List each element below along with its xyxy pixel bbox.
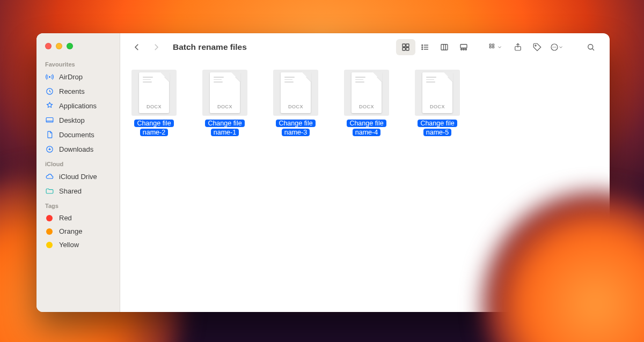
nav-arrows <box>128 39 165 55</box>
sidebar-item-label: Documents <box>59 131 94 139</box>
sidebar-section-tags-header: Tags <box>36 198 120 211</box>
sidebar-item-label: Shared <box>59 187 82 195</box>
documents-icon <box>45 130 54 139</box>
sidebar-item-documents[interactable]: Documents <box>36 128 120 142</box>
close-window-button[interactable] <box>45 43 52 49</box>
svg-rect-2 <box>46 118 53 123</box>
share-button[interactable] <box>509 39 527 55</box>
file-thumbnail: DOCX <box>202 70 247 116</box>
svg-rect-17 <box>489 47 491 48</box>
svg-rect-11 <box>441 44 448 50</box>
file-item[interactable]: DOCX Change file name-5 <box>414 70 460 137</box>
file-ext-badge: DOCX <box>422 104 452 109</box>
sidebar-item-icloud-drive[interactable]: iCloud Drive <box>36 169 120 184</box>
svg-rect-4 <box>402 44 405 47</box>
sidebar-tag-yellow[interactable]: Yellow <box>36 238 120 251</box>
file-thumbnail: DOCX <box>415 70 460 116</box>
group-by-button[interactable] <box>486 39 504 55</box>
sidebar-item-label: Yellow <box>59 241 79 249</box>
svg-rect-7 <box>406 48 409 50</box>
svg-point-26 <box>588 44 593 49</box>
file-item[interactable]: DOCX Change file name-2 <box>131 70 177 137</box>
minimize-window-button[interactable] <box>56 43 62 49</box>
svg-point-0 <box>49 76 50 78</box>
sidebar-section-favourites-header: Favourites <box>36 57 120 70</box>
airdrop-icon <box>45 72 54 81</box>
zoom-window-button[interactable] <box>67 43 73 49</box>
svg-rect-19 <box>493 47 494 48</box>
finder-window: Favourites AirDrop Recents Applications … <box>36 33 610 312</box>
view-icon-button[interactable] <box>396 39 415 55</box>
svg-rect-14 <box>463 49 464 50</box>
sidebar-item-downloads[interactable]: Downloads <box>36 142 120 157</box>
file-grid[interactable]: DOCX Change file name-2 DOCX Change file… <box>120 61 610 312</box>
sidebar-item-label: Desktop <box>59 116 85 124</box>
sidebar-item-applications[interactable]: Applications <box>36 99 120 113</box>
main-pane: Batch rename files <box>120 33 610 312</box>
window-title: Batch rename files <box>173 42 247 52</box>
edit-tags-button[interactable] <box>528 39 546 55</box>
svg-rect-18 <box>493 44 494 46</box>
svg-rect-13 <box>461 49 462 50</box>
sidebar-item-label: Applications <box>59 102 97 110</box>
svg-point-21 <box>535 45 536 46</box>
svg-rect-5 <box>406 44 409 47</box>
sidebar: Favourites AirDrop Recents Applications … <box>36 33 120 312</box>
file-name-label: Change file name-4 <box>343 119 390 137</box>
file-ext-badge: DOCX <box>281 104 311 109</box>
svg-point-24 <box>554 47 555 48</box>
svg-point-10 <box>422 49 423 50</box>
forward-button[interactable] <box>147 39 165 55</box>
svg-rect-16 <box>489 44 491 46</box>
clock-icon <box>45 87 54 96</box>
file-thumbnail: DOCX <box>344 70 389 116</box>
svg-rect-15 <box>465 49 466 50</box>
downloads-icon <box>45 145 54 154</box>
sidebar-item-desktop[interactable]: Desktop <box>36 113 120 128</box>
sidebar-item-label: Red <box>59 214 72 222</box>
sidebar-item-label: iCloud Drive <box>59 173 97 181</box>
sidebar-tag-orange[interactable]: Orange <box>36 225 120 238</box>
file-item[interactable]: DOCX Change file name-1 <box>202 70 248 137</box>
sidebar-item-label: Downloads <box>59 145 93 153</box>
search-button[interactable] <box>582 39 600 55</box>
svg-point-9 <box>422 47 423 48</box>
sidebar-item-shared[interactable]: Shared <box>36 184 120 198</box>
svg-point-8 <box>422 44 423 46</box>
file-name-label: Change file name-5 <box>414 119 460 137</box>
file-ext-badge: DOCX <box>139 104 169 109</box>
file-name-label: Change file name-2 <box>131 119 177 137</box>
svg-point-23 <box>553 47 554 48</box>
file-name-label: Change file name-3 <box>273 119 319 137</box>
view-list-button[interactable] <box>415 39 435 55</box>
shared-folder-icon <box>45 187 54 196</box>
svg-point-25 <box>555 47 557 48</box>
toolbar: Batch rename files <box>120 33 610 61</box>
back-button[interactable] <box>128 39 146 55</box>
sidebar-item-recents[interactable]: Recents <box>36 84 120 99</box>
file-ext-badge: DOCX <box>210 104 240 109</box>
window-controls <box>36 40 120 57</box>
view-switcher <box>395 38 474 56</box>
file-item[interactable]: DOCX Change file name-3 <box>273 70 319 137</box>
svg-rect-6 <box>402 48 405 50</box>
file-item[interactable]: DOCX Change file name-4 <box>343 70 390 137</box>
view-gallery-button[interactable] <box>454 39 473 55</box>
file-thumbnail: DOCX <box>131 70 177 116</box>
tag-dot-icon <box>46 215 53 221</box>
sidebar-tag-red[interactable]: Red <box>36 211 120 225</box>
file-name-label: Change file name-1 <box>202 119 248 137</box>
file-thumbnail: DOCX <box>273 70 318 116</box>
desktop-icon <box>45 116 54 125</box>
view-column-button[interactable] <box>435 39 454 55</box>
sidebar-item-label: AirDrop <box>59 73 83 81</box>
more-actions-button[interactable] <box>547 39 566 55</box>
tag-dot-icon <box>46 242 53 248</box>
toolbar-group-arrange <box>486 39 566 55</box>
sidebar-item-label: Orange <box>59 227 82 235</box>
tag-dot-icon <box>46 228 53 235</box>
applications-icon <box>45 101 54 110</box>
svg-rect-12 <box>460 44 467 48</box>
file-ext-badge: DOCX <box>352 104 382 109</box>
sidebar-item-airdrop[interactable]: AirDrop <box>36 70 120 84</box>
